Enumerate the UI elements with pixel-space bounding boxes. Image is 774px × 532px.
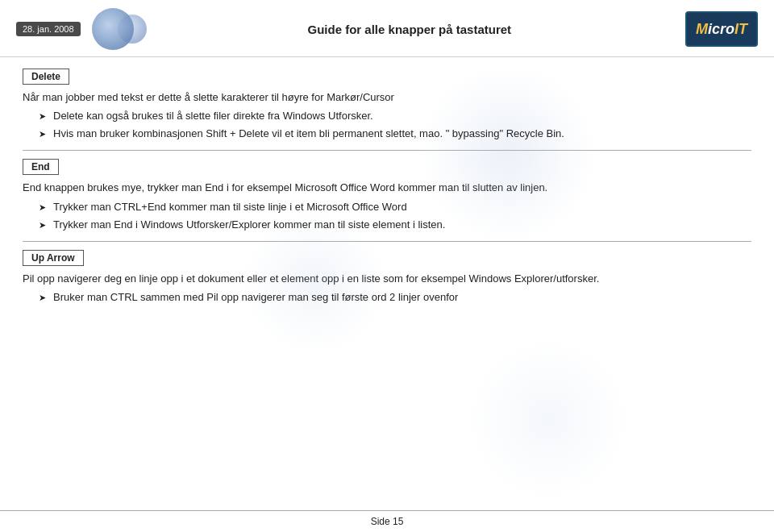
uparrow-main-text: Pil opp navigerer deg en linje opp i et … xyxy=(23,271,751,287)
uparrow-label: Up Arrow xyxy=(23,250,84,266)
main-content: Delete Når man jobber med tekst er dette… xyxy=(0,57,774,320)
circle-decoration-big xyxy=(92,8,134,50)
logo-text: MicroIT xyxy=(696,21,747,38)
page-container: 28. jan. 2008 Guide for alle knapper på … xyxy=(0,0,774,532)
end-main-text: End knappen brukes mye, trykker man End … xyxy=(23,180,751,196)
divider-1 xyxy=(23,150,751,151)
delete-bullet-2: Hvis man bruker kombinasjonen Shift + De… xyxy=(39,126,751,142)
end-section: End End knappen brukes mye, trykker man … xyxy=(23,159,751,232)
logo: MicroIT xyxy=(685,11,758,47)
divider-2 xyxy=(23,241,751,242)
uparrow-section: Up Arrow Pil opp navigerer deg en linje … xyxy=(23,250,751,305)
header-circles xyxy=(92,8,134,50)
footer-text: Side 15 xyxy=(371,516,404,527)
footer: Side 15 xyxy=(0,510,774,532)
end-bullet-2: Trykker man End i Windows Utforsker/Expl… xyxy=(39,217,751,233)
end-bullet-list: Trykker man CTRL+End kommer man til sist… xyxy=(23,199,751,233)
bg-decoration-3 xyxy=(468,339,629,500)
delete-bullet-list: Delete kan også brukes til å slette file… xyxy=(23,108,751,142)
date-badge: 28. jan. 2008 xyxy=(16,22,81,36)
delete-bullet-1: Delete kan også brukes til å slette file… xyxy=(39,108,751,124)
header: 28. jan. 2008 Guide for alle knapper på … xyxy=(0,0,774,57)
page-title: Guide for alle knapper på tastaturet xyxy=(134,23,685,36)
end-bullet-1: Trykker man CTRL+End kommer man til sist… xyxy=(39,199,751,215)
uparrow-bullet-1: Bruker man CTRL sammen med Pil opp navig… xyxy=(39,289,751,305)
end-label: End xyxy=(23,159,59,175)
delete-main-text: Når man jobber med tekst er dette å slet… xyxy=(23,89,751,106)
header-left: 28. jan. 2008 xyxy=(16,8,134,50)
delete-label: Delete xyxy=(23,69,69,85)
delete-section: Delete Når man jobber med tekst er dette… xyxy=(23,69,751,142)
uparrow-bullet-list: Bruker man CTRL sammen med Pil opp navig… xyxy=(23,289,751,305)
